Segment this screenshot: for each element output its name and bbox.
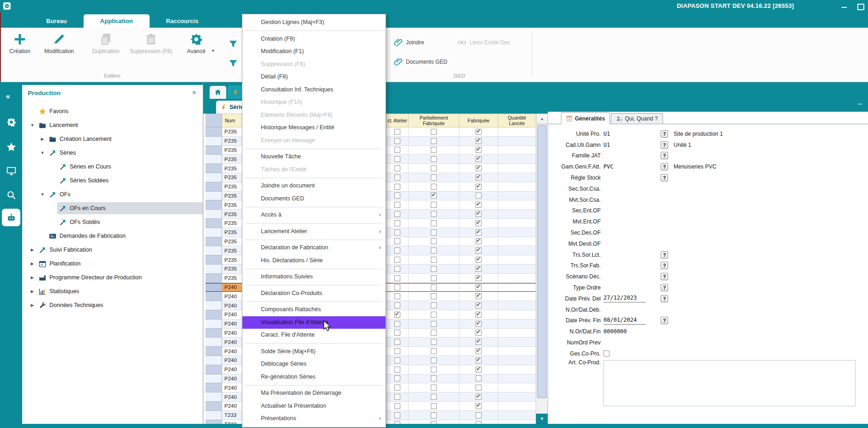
- cell-atelier[interactable]: [386, 319, 409, 329]
- row-selector[interactable]: [205, 192, 222, 201]
- checkbox-checked[interactable]: [476, 247, 482, 253]
- checkbox-unchecked[interactable]: [476, 412, 482, 418]
- scroll-down-icon[interactable]: ▼: [536, 414, 548, 424]
- ribbon-button-joindre[interactable]: Joindre: [393, 38, 424, 47]
- checkbox-checked[interactable]: [476, 266, 482, 272]
- cell-quantite-lancee[interactable]: [498, 219, 536, 228]
- cell-atelier[interactable]: [386, 265, 409, 274]
- checkbox-checked[interactable]: [476, 403, 482, 409]
- cell-atelier[interactable]: [386, 356, 409, 365]
- ribbon-button-creation[interactable]: Création: [4, 32, 36, 55]
- cell-atelier[interactable]: [386, 182, 409, 192]
- checkbox-unchecked[interactable]: [431, 394, 437, 400]
- row-selector[interactable]: [205, 228, 222, 237]
- minimize-button[interactable]: [841, 3, 848, 9]
- cell-fabriquee[interactable]: [459, 237, 498, 247]
- field-value[interactable]: PVC: [603, 163, 658, 170]
- nav-close-icon[interactable]: ×: [192, 89, 196, 96]
- cell-partiellement-fabriquee[interactable]: [409, 237, 459, 247]
- row-selector[interactable]: [205, 274, 222, 283]
- cell-fabriquee[interactable]: [459, 338, 498, 347]
- sidebar-item-automation[interactable]: [2, 209, 20, 226]
- checkbox-unchecked[interactable]: [394, 202, 400, 208]
- cell-atelier[interactable]: [386, 283, 409, 292]
- menu-item-modification-f1[interactable]: Modification (F1): [242, 45, 386, 58]
- checkbox-unchecked[interactable]: [431, 321, 437, 327]
- help-button[interactable]: ?: [661, 174, 668, 181]
- sidebar-item-desktop[interactable]: [0, 162, 22, 180]
- chevron-down-icon[interactable]: ▾: [212, 48, 214, 53]
- checkbox-unchecked[interactable]: [394, 375, 400, 381]
- cell-fabriquee[interactable]: [459, 301, 498, 310]
- ribbon-tab-bureau[interactable]: Bureau: [30, 14, 84, 28]
- cell-atelier[interactable]: [386, 383, 409, 392]
- cell-partiellement-fabriquee[interactable]: [409, 402, 459, 411]
- cell-fabriquee[interactable]: [459, 246, 498, 255]
- cell-partiellement-fabriquee[interactable]: [409, 338, 459, 347]
- checkbox-unchecked[interactable]: [431, 348, 437, 354]
- tree-item-series[interactable]: ▼Séries: [22, 146, 203, 160]
- row-selector[interactable]: [205, 411, 222, 420]
- cell-fabriquee[interactable]: [459, 192, 498, 201]
- cell-quantite-lancee[interactable]: [498, 411, 536, 420]
- cell-fabriquee[interactable]: [459, 200, 498, 210]
- cell-atelier[interactable]: [386, 420, 409, 424]
- cell-partiellement-fabriquee[interactable]: [409, 210, 459, 219]
- row-selector[interactable]: [205, 182, 222, 192]
- ribbon-button-modification[interactable]: Modification: [38, 32, 80, 55]
- cell-partiellement-fabriquee[interactable]: [409, 192, 459, 201]
- cell-fabriquee[interactable]: [459, 274, 498, 283]
- cell-partiellement-fabriquee[interactable]: [409, 164, 459, 173]
- checkbox-checked[interactable]: [476, 238, 482, 244]
- cell-fabriquee[interactable]: [459, 347, 498, 356]
- cell-quantite-lancee[interactable]: [498, 173, 536, 182]
- cell-quantite-lancee[interactable]: [498, 246, 536, 255]
- help-button[interactable]: ?: [661, 130, 668, 138]
- checkbox-unchecked[interactable]: [394, 321, 400, 327]
- row-selector[interactable]: [205, 310, 222, 319]
- checkbox-unchecked[interactable]: [394, 302, 400, 308]
- cell-fabriquee[interactable]: [459, 383, 498, 392]
- chevron-down-icon[interactable]: ▼: [38, 192, 47, 197]
- cell-partiellement-fabriquee[interactable]: [409, 155, 459, 164]
- cell-atelier[interactable]: [386, 200, 409, 210]
- checkbox-unchecked[interactable]: [431, 257, 437, 263]
- checkbox-unchecked[interactable]: [431, 385, 437, 391]
- checkbox-checked[interactable]: [476, 229, 482, 235]
- menu-item-nouvelle-tache[interactable]: Nouvelle Tâche: [242, 151, 386, 163]
- cell-fabriquee[interactable]: [459, 329, 498, 338]
- checkbox-unchecked[interactable]: [394, 357, 400, 363]
- checkbox-unchecked[interactable]: [394, 266, 400, 272]
- field-value[interactable]: U1: [603, 142, 658, 148]
- cell-partiellement-fabriquee[interactable]: [409, 365, 459, 374]
- checkbox-unchecked[interactable]: [431, 220, 437, 226]
- checkbox-unchecked[interactable]: [431, 175, 437, 181]
- help-button[interactable]: ?: [661, 284, 668, 291]
- tree-item-favoris[interactable]: Favoris: [22, 104, 203, 118]
- cell-quantite-lancee[interactable]: [498, 127, 536, 137]
- checkbox-checked[interactable]: [476, 184, 482, 190]
- sidebar-item-favorites[interactable]: [0, 138, 22, 156]
- chevron-down-icon[interactable]: ▼: [28, 123, 37, 127]
- checkbox-checked[interactable]: [476, 211, 482, 217]
- checkbox-unchecked[interactable]: [431, 165, 437, 171]
- row-selector[interactable]: [205, 173, 222, 182]
- cell-atelier[interactable]: [386, 219, 409, 228]
- row-selector[interactable]: [205, 155, 222, 164]
- checkbox-unchecked[interactable]: [394, 147, 400, 153]
- checkbox-unchecked[interactable]: [431, 238, 437, 244]
- cell-quantite-lancee[interactable]: [498, 402, 536, 411]
- ribbon-button-documents-ged[interactable]: Documents GED: [393, 57, 447, 66]
- checkbox-checked[interactable]: [476, 367, 482, 373]
- cell-fabriquee[interactable]: [459, 392, 498, 402]
- help-button[interactable]: ?: [661, 317, 668, 324]
- menu-item-actualiser-la-presentation[interactable]: Actualiser la Présentation: [242, 400, 386, 413]
- menu-item-declaration-de-fabrication[interactable]: Déclaration de Fabrication›: [242, 241, 386, 254]
- help-button[interactable]: ?: [661, 273, 668, 280]
- cell-quantite-lancee[interactable]: [498, 374, 536, 384]
- checkbox-checked[interactable]: [476, 147, 482, 153]
- help-button[interactable]: ?: [661, 251, 668, 259]
- checkbox-unchecked[interactable]: [394, 129, 400, 135]
- checkbox-checked[interactable]: [476, 330, 482, 336]
- checkbox-unchecked[interactable]: [431, 247, 437, 253]
